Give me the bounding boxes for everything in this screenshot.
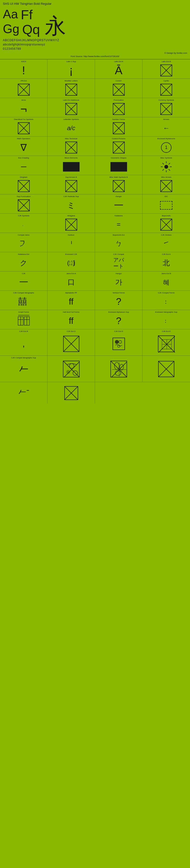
char-sun xyxy=(160,161,172,173)
char-Amacron: Ā xyxy=(115,65,122,76)
cell-arrows: Arrows ← xyxy=(143,117,190,136)
label-latinextadd: Latin Ext Additional xyxy=(49,99,93,101)
char-arrow-left: ← xyxy=(163,124,169,132)
cell-boxdraw: Box Drawing ─ xyxy=(0,156,47,175)
content-cjkcompat: アパート xyxy=(97,256,141,270)
svg-line-90 xyxy=(111,361,127,377)
cell-latinextb: Latin Ext B xyxy=(143,60,190,79)
label-hangul: Hangul xyxy=(97,273,141,275)
content-geoshapes xyxy=(97,160,141,174)
cell-miscarrows: Misc Arrows xyxy=(143,175,190,194)
cell-encalphanum: Enclosed Alphanums 1 xyxy=(143,136,190,156)
content-cjk: 一 xyxy=(1,275,46,289)
char-dashed-box xyxy=(160,201,173,210)
xbox-hiragana xyxy=(65,218,77,231)
copyright: © Design by fontke.com xyxy=(3,52,187,55)
content-cjkextd2 xyxy=(97,333,141,354)
xbox-dingbats xyxy=(17,180,30,192)
preview-cjk-group: 永 xyxy=(45,15,66,37)
content-kanbun: ㆐ xyxy=(49,237,93,251)
preview-cjk-char: 永 xyxy=(45,15,66,37)
label-encideosup: Enclosed Ideographic Sup xyxy=(144,311,189,313)
label-controlpic: Control Pictures xyxy=(97,137,141,140)
svg-text:囍: 囍 xyxy=(18,297,27,307)
label-letterlike: Letterlike Symbols xyxy=(49,118,93,121)
content-latinexta: Ā xyxy=(97,63,141,78)
grid-row-17: 𠂉ˉ xyxy=(0,382,190,425)
content-boxdraw: ─ xyxy=(1,160,46,174)
grid-row-14: Small Forms Half And Full Forms ff xyxy=(0,310,190,329)
content-miscsym xyxy=(144,160,189,174)
char-circle-1: 1 xyxy=(161,142,172,153)
cell-jamoexta: Jamo Ext A 口 xyxy=(47,272,95,290)
cell-comb: Comb† xyxy=(95,79,143,98)
cell-alphabeticpf: Alphabetic PF ff xyxy=(47,291,95,310)
char-comma: , xyxy=(22,339,25,349)
char-rect-outline: 口 xyxy=(68,277,75,287)
cell-ipaext: IPA Ext xyxy=(0,79,47,98)
label-alphabeticpf: Alphabetic PF xyxy=(49,292,93,294)
cell-large3 xyxy=(95,356,143,382)
grid-row-4: Diacritical For Symbols Letterlike Symbo… xyxy=(0,117,190,136)
preview-char-Ff: Ff xyxy=(21,7,33,22)
char-hye: 혜 xyxy=(163,278,169,287)
content-alphabeticpf: ff xyxy=(49,294,93,309)
svg-point-94 xyxy=(115,371,121,375)
label-comb: Comb† xyxy=(97,80,141,82)
char-question: ? xyxy=(116,296,121,307)
xbox-diacritical xyxy=(17,122,30,134)
cell-diacritical: Diacritical For Symbols xyxy=(0,117,47,136)
cell-kangxi: Kangxi 一 xyxy=(95,194,143,213)
char-question-sup: ? xyxy=(116,315,121,326)
char-geoshape-block xyxy=(110,162,127,172)
content-cjkcompatforms: ： xyxy=(144,294,189,309)
content-large2 xyxy=(49,357,93,381)
large-pattern-svg xyxy=(64,361,80,377)
content-bottom2 xyxy=(49,383,93,403)
cell-cyrillic: Cyrillic xyxy=(143,79,190,98)
label-katakanaext: Katakana Ext xyxy=(1,253,46,255)
grid-row-5: Math Operators ∇ Misc Technical Control … xyxy=(0,136,190,156)
content-blockelem xyxy=(49,160,93,174)
cell-cjkradicals: CJK Radicals Sup ミ xyxy=(47,194,95,213)
content-controlpic xyxy=(97,141,141,155)
char-notsign: ¬ xyxy=(20,103,27,115)
label-latinextb: Latin Ext B xyxy=(144,60,189,63)
cell-compatjamo: Compat Jamo ᄀ xyxy=(0,233,47,252)
xbox-ipaext xyxy=(17,84,30,96)
xbox-currency xyxy=(160,103,173,115)
char-equals: = xyxy=(117,221,120,228)
cell-cjkextd1: CJK Ext D xyxy=(47,329,95,355)
svg-line-42 xyxy=(168,169,170,170)
preview-char-Aa: Aa xyxy=(3,7,18,22)
content-kangxi: 一 xyxy=(97,198,141,213)
content-cjkextb: , xyxy=(1,333,46,354)
cell-cjksymbols: CJK Symbols 、 xyxy=(0,214,47,233)
char-letterlike: a/c xyxy=(67,124,75,132)
content-numberforms xyxy=(97,121,141,135)
content-ascii: ! xyxy=(1,63,46,78)
content-large3 xyxy=(97,357,141,381)
svg-point-36 xyxy=(164,165,168,169)
pattern-svg xyxy=(158,336,175,352)
content-ipaext xyxy=(1,83,46,97)
label-cjkexte: CJK Ext E xyxy=(144,330,189,333)
label-cjkcompatforms: CJK Compat Forms xyxy=(144,292,189,294)
label-cjkexta: CJK Ext A xyxy=(144,253,189,255)
cell-hiragana: Hiragana xyxy=(47,214,95,233)
content-arms: ¬ xyxy=(1,102,46,116)
char-slash-mark: 、 xyxy=(22,222,26,227)
content-miscmathb xyxy=(97,179,141,193)
content-currency xyxy=(144,102,189,116)
cell-blockelem: Block Elements xyxy=(47,156,95,175)
content-latinextb xyxy=(144,63,189,78)
label-smallforms: Small Forms xyxy=(1,311,46,313)
label-jamoexta: Jamo Ext A xyxy=(49,273,93,275)
content-halffull: ff xyxy=(49,314,93,328)
label-enccjk: Enclosed CJK xyxy=(49,253,93,255)
content-suppunct xyxy=(1,198,46,213)
content-cyrillic xyxy=(144,83,189,97)
cell-cjkextd2: CJK Ext D xyxy=(95,329,143,355)
cell-cjkexta: CJK Ext A 北 xyxy=(143,252,190,271)
xbox-cyrillic xyxy=(160,84,173,96)
